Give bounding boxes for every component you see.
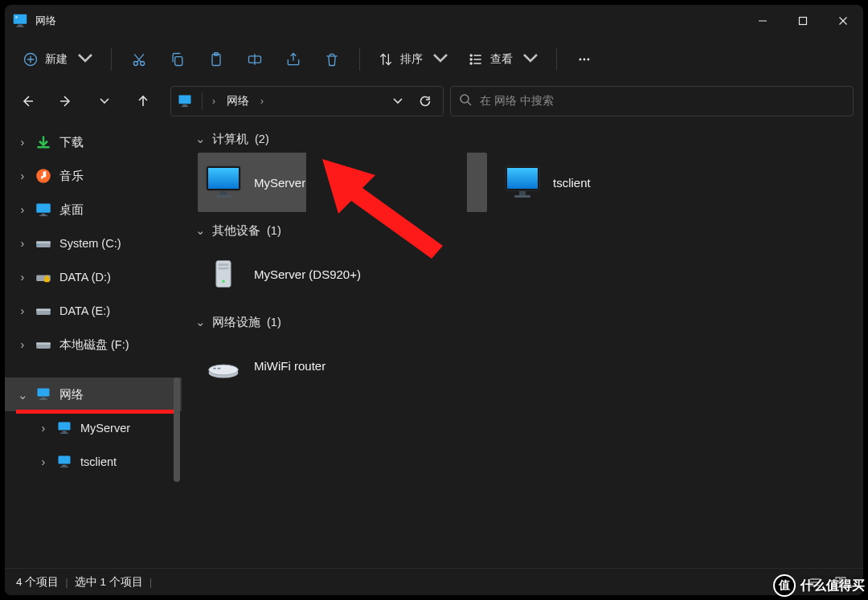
nav-back-button[interactable] [11,85,43,117]
sort-button[interactable]: 排序 [370,43,457,76]
sidebar-item-label: 下载 [59,135,84,150]
computer-icon [503,163,542,202]
sidebar-item-label: System (C:) [59,237,121,250]
more-button[interactable] [567,43,602,76]
sidebar-item-myserver[interactable]: › MyServer [5,411,182,445]
sidebar-item-label: 网络 [59,387,84,402]
group-header-computers[interactable]: ⌄ 计算机 (2) [191,125,854,153]
svg-rect-56 [219,263,229,266]
svg-rect-0 [14,14,27,24]
scrollbar-thumb[interactable] [174,378,180,482]
chevron-right-icon[interactable]: › [39,455,48,468]
chevron-right-icon[interactable]: › [18,271,27,284]
new-button-label: 新建 [45,52,68,67]
chevron-right-icon[interactable]: › [18,203,27,216]
sidebar-item-downloads[interactable]: › 下载 [5,125,182,159]
item-device-nas[interactable]: MyServer (DS920+) [198,244,487,304]
sidebar-item-drive-c[interactable]: › System (C:) [5,227,182,260]
sidebar-item-label: DATA (D:) [59,271,111,284]
titlebar: 网络 [5,5,863,37]
group-count: (2) [255,133,269,145]
chevron-right-icon[interactable]: › [18,169,27,182]
group-label: 其他设备 [212,223,260,239]
chevron-down-icon[interactable]: ⌄ [18,389,27,402]
address-row: › 网络 › 在 网络 中搜索 [5,82,863,120]
refresh-button[interactable] [412,88,438,114]
new-button[interactable]: 新建 [14,43,101,76]
search-placeholder: 在 网络 中搜索 [480,94,554,108]
chevron-down-icon: ⌄ [194,224,206,237]
chevron-right-icon[interactable]: › [39,422,48,435]
network-icon [176,92,194,110]
separator [111,48,112,71]
copy-button[interactable] [160,43,195,76]
svg-point-15 [470,63,472,64]
svg-rect-51 [507,168,538,189]
sidebar-item-desktop[interactable]: › 桌面 [5,193,182,227]
svg-rect-25 [42,214,46,215]
svg-rect-5 [800,18,807,25]
nav-up-button[interactable] [127,85,159,117]
svg-point-58 [222,280,225,283]
address-dropdown-button[interactable] [385,88,411,114]
rename-button[interactable] [237,43,272,76]
svg-point-7 [133,62,137,66]
address-bar[interactable]: › 网络 › [170,86,444,116]
group-header-network-infra[interactable]: ⌄ 网络设施 (1) [191,308,854,336]
chevron-right-icon[interactable]: › [211,96,217,107]
svg-point-8 [141,62,145,66]
svg-rect-43 [59,456,71,464]
sidebar-item-label: 音乐 [59,169,84,184]
sidebar-item-label: DATA (E:) [59,304,110,317]
svg-rect-20 [183,104,187,106]
chevron-right-icon[interactable]: › [259,96,265,107]
drive-icon [35,303,51,319]
cut-button[interactable] [121,43,157,76]
paste-button[interactable] [199,43,234,76]
computer-icon [56,420,72,436]
watermark: 值 什么值得买 [773,574,865,597]
svg-rect-47 [208,168,239,189]
drive-icon [35,337,51,353]
minimize-button[interactable] [743,5,783,37]
delete-button[interactable] [314,43,350,76]
separator [556,48,557,71]
item-router[interactable]: MiWiFi router [198,336,487,395]
maximize-button[interactable] [783,5,823,37]
search-input[interactable]: 在 网络 中搜索 [450,86,854,116]
svg-rect-62 [213,368,216,369]
svg-rect-3 [16,26,23,27]
group-label: 网络设施 [212,315,260,330]
sidebar-item-drive-d[interactable]: › DATA (D:) [5,260,182,294]
sidebar-item-network[interactable]: ⌄ 网络 [5,378,182,411]
item-label: tsclient [553,176,591,190]
svg-rect-63 [218,368,221,369]
computer-icon [204,163,243,202]
drive-locked-icon [35,269,51,285]
chevron-right-icon[interactable]: › [18,304,27,317]
svg-rect-21 [182,106,188,107]
sidebar-item-tsclient[interactable]: › tsclient [5,445,182,479]
svg-rect-57 [219,267,229,270]
share-button[interactable] [276,43,311,76]
view-button[interactable]: 查看 [460,43,547,76]
svg-rect-37 [38,389,50,397]
chevron-right-icon[interactable]: › [18,136,27,149]
computer-icon [56,454,72,470]
sidebar-item-drive-e[interactable]: › DATA (E:) [5,294,182,328]
close-button[interactable] [823,5,863,37]
chevron-right-icon[interactable]: › [18,338,27,351]
group-header-other-devices[interactable]: ⌄ 其他设备 (1) [191,217,854,244]
item-computer-tsclient[interactable]: tsclient [497,153,754,212]
chevron-right-icon[interactable]: › [18,237,27,250]
svg-rect-52 [519,191,526,195]
nav-forward-button[interactable] [50,85,82,117]
breadcrumb-network[interactable]: 网络 [222,87,254,116]
sidebar-item-drive-f[interactable]: › 本地磁盘 (F:) [5,328,182,361]
item-computer-myserver[interactable]: MyServer [198,153,487,212]
sidebar-item-music[interactable]: › 音乐 [5,159,182,193]
item-label: MyServer (DS920+) [254,267,361,281]
group-count: (1) [267,316,281,329]
status-item-count: 4 个项目 [16,575,59,590]
nav-recent-button[interactable] [88,85,121,117]
